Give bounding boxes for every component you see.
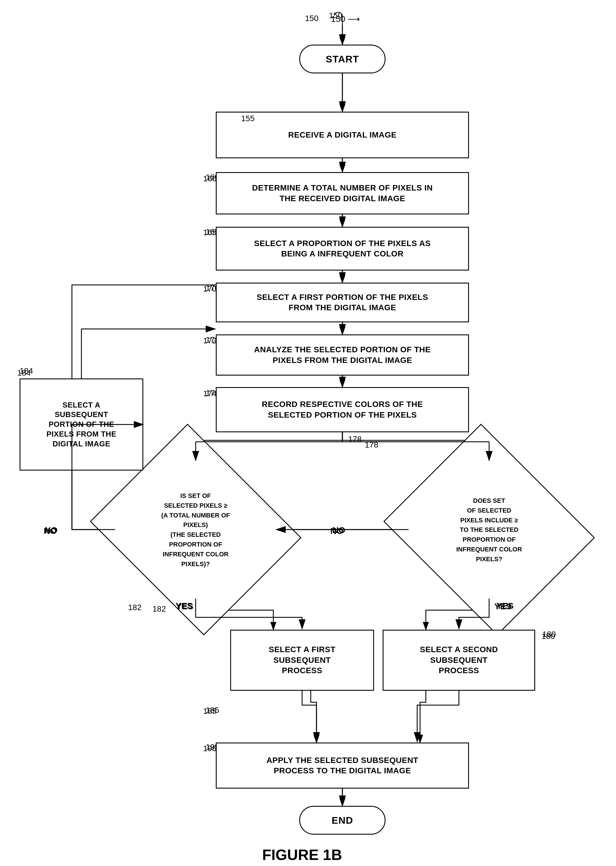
end-node: END — [299, 806, 385, 835]
box-select-first-subsequent: SELECT A FIRST SUBSEQUENT PROCESS — [230, 630, 374, 691]
ref-180-text: 180 — [542, 632, 555, 641]
ref-165-text: 165 — [203, 228, 217, 237]
ref-178: 178 — [365, 440, 378, 450]
ref-195-text: 195 — [203, 744, 217, 753]
ref-170-text: 170 — [203, 284, 217, 294]
ref-150: 150 — [305, 14, 319, 23]
diamond-right-condition: DOES SET OF SELECTED PIXELS INCLUDE ≥ TO… — [383, 424, 595, 635]
ref-160-text: 160 — [203, 174, 217, 183]
figure-caption: FIGURE 1B — [201, 846, 403, 863]
ref-185-text: 185 — [203, 707, 217, 716]
ref-155-text: 155 — [241, 114, 255, 123]
box-apply-subsequent: APPLY THE SELECTED SUBSEQUENT PROCESS TO… — [216, 743, 469, 789]
label-yes-right-display: YES — [494, 602, 512, 611]
ref-182-text: 182 — [128, 603, 141, 612]
box-record-colors: RECORD RESPECTIVE COLORS OF THE SELECTED… — [216, 387, 469, 432]
ref-184-text: 184 — [20, 366, 33, 376]
label-no-right-display: NO — [330, 526, 343, 536]
ref-172-text: 172 — [203, 336, 217, 345]
ref-178-text: 178 — [348, 435, 361, 444]
ref-182: 182 — [152, 604, 166, 614]
box-determine-total-pixels: DETERMINE A TOTAL NUMBER OF PIXELS IN TH… — [216, 172, 469, 214]
label-yes-left-display: YES — [176, 602, 193, 611]
box-select-proportion: SELECT A PROPORTION OF THE PIXELS AS BEI… — [216, 227, 469, 270]
box-select-subsequent-portion: SELECT A SUBSEQUENT PORTION OF THE PIXEL… — [20, 379, 143, 471]
box-select-second-subsequent: SELECT A SECOND SUBSEQUENT PROCESS — [383, 630, 535, 691]
ref-174-text: 174 — [203, 389, 217, 398]
ref-150-text: 150 — [329, 11, 343, 20]
flowchart-diagram: 150 150 ⟶ START 155 RECEIVE A DIGITAL IM… — [0, 0, 616, 866]
start-node: START — [299, 45, 385, 73]
box-analyze-portion: ANALYZE THE SELECTED PORTION OF THE PIXE… — [216, 335, 469, 376]
label-no-left-display: NO — [44, 526, 57, 536]
box-select-first-portion: SELECT A FIRST PORTION OF THE PIXELS FRO… — [216, 283, 469, 322]
